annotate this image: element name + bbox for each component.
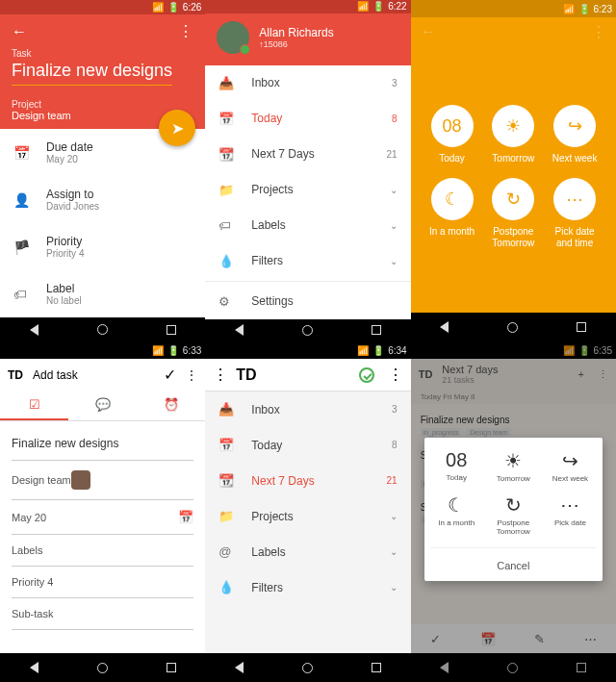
task-field-assign-to[interactable]: 👤 Assign toDavid Jones bbox=[0, 176, 205, 223]
redo-icon: ↻ bbox=[505, 493, 522, 517]
week-icon: 📆 bbox=[218, 147, 234, 162]
gear-icon: ⚙ bbox=[218, 294, 234, 309]
avatar bbox=[217, 21, 249, 54]
cancel-button[interactable]: Cancel bbox=[430, 547, 597, 581]
field-sub-task[interactable]: Sub-task bbox=[12, 598, 193, 630]
cal08-icon: 08 bbox=[446, 449, 467, 471]
panel-add-task-light: 📶🔋6:33 TD Add task ✓ ⋮ ☑ 💬 ⏰ Finalize ne… bbox=[0, 341, 205, 682]
tab-task[interactable]: ☑ bbox=[0, 391, 68, 420]
tag-icon: 🏷 bbox=[13, 287, 29, 302]
filter-icon: 💧 bbox=[218, 580, 234, 594]
nav-item-next-7-days[interactable]: 📆 Next 7 Days 21 bbox=[205, 463, 410, 498]
calarrow-icon: ↪ bbox=[562, 449, 578, 472]
field-finalize-new-designs[interactable]: Finalize new designs bbox=[12, 427, 193, 461]
calarrow-icon: ↪ bbox=[553, 105, 596, 147]
calendar-icon: 📅 bbox=[13, 145, 29, 161]
nav-item-settings[interactable]: ⚙ Settings bbox=[205, 284, 410, 319]
calendar-icon: 📅 bbox=[218, 112, 234, 126]
panel-snooze-dialog: 📶🔋6:35 TD Next 7 days 21 tasks +⋮ Today … bbox=[411, 341, 616, 682]
task-field-label[interactable]: 🏷 LabelNo label bbox=[0, 270, 205, 317]
nav-item-inbox[interactable]: 📥 Inbox 3 bbox=[205, 392, 410, 427]
dots-icon: ⋯ bbox=[560, 493, 579, 517]
snooze-in-a-month[interactable]: ☾ In a month bbox=[424, 178, 480, 249]
logo-icon: TD bbox=[236, 366, 256, 384]
dots-icon: ⋯ bbox=[553, 178, 596, 220]
nav-item-filters[interactable]: 💧 Filters ⌄ bbox=[205, 243, 410, 279]
nav-item-projects[interactable]: 📁 Projects ⌄ bbox=[205, 172, 410, 208]
task-field-priority[interactable]: 🏴 PriorityPriority 4 bbox=[0, 223, 205, 270]
snooze-dialog: 08 Today ☀ Tomorrow ↪ Next week ☾ In a m… bbox=[424, 438, 603, 581]
flag-icon: 🏴 bbox=[13, 240, 29, 255]
nav-item-today[interactable]: 📅 Today 8 bbox=[205, 427, 410, 463]
snooze-today[interactable]: 08 Today bbox=[430, 449, 483, 484]
week-icon: 📆 bbox=[218, 473, 234, 488]
task-header: ← ⋮ Task Finalize new designs Project De… bbox=[0, 14, 205, 129]
nav-back[interactable] bbox=[30, 324, 38, 336]
task-title[interactable]: Finalize new designs bbox=[12, 61, 172, 86]
panel-nav-drawer-light: 📶🔋6:34 ⋮ TD ⋮ 📥 Inbox 3 📅 Today 8 📆 Next… bbox=[205, 341, 410, 682]
folder-icon: 📁 bbox=[218, 183, 234, 197]
snooze-today[interactable]: 08 Today bbox=[424, 105, 480, 164]
more-icon[interactable]: ⋮ bbox=[388, 366, 403, 384]
field-design-team[interactable]: Design team bbox=[12, 461, 193, 500]
more-icon[interactable]: ⋮ bbox=[213, 366, 228, 384]
field-labels[interactable]: Labels bbox=[12, 535, 193, 567]
at-icon: @ bbox=[218, 544, 234, 559]
confirm-icon[interactable]: ✓ bbox=[164, 366, 176, 384]
snooze-tomorrow[interactable]: ☀ Tomorrow bbox=[485, 105, 541, 164]
redo-icon: ↻ bbox=[492, 178, 534, 220]
nav-item-next-7-days[interactable]: 📆 Next 7 Days 21 bbox=[205, 137, 410, 172]
filter-icon: 💧 bbox=[218, 254, 234, 268]
moon-icon: ☾ bbox=[448, 493, 465, 517]
tab-comment[interactable]: 💬 bbox=[68, 391, 137, 420]
page-title: Add task bbox=[33, 368, 78, 382]
panel-snooze-yellow: 📶🔋6:23 ← ⋮ 08 Today ☀ Tomorrow ↪ Next we… bbox=[411, 0, 616, 341]
snooze-next-week[interactable]: ↪ Next week bbox=[544, 449, 597, 484]
person-icon: 👤 bbox=[13, 192, 29, 208]
nav-item-projects[interactable]: 📁 Projects ⌄ bbox=[205, 498, 410, 534]
tab-reminder[interactable]: ⏰ bbox=[137, 391, 205, 420]
user-header[interactable]: Allan Richards ↑15086 bbox=[205, 13, 410, 65]
back-icon[interactable]: ← bbox=[421, 23, 436, 41]
more-icon[interactable]: ⋮ bbox=[186, 368, 197, 382]
more-icon[interactable]: ⋮ bbox=[178, 22, 193, 40]
inbox-icon: 📥 bbox=[218, 402, 234, 417]
snooze-next-week[interactable]: ↪ Next week bbox=[547, 105, 603, 164]
nav-item-labels[interactable]: @ Labels ⌄ bbox=[205, 534, 410, 569]
snooze-postpone
tomorrow[interactable]: ↻ PostponeTomorrow bbox=[487, 493, 540, 537]
snooze-pick-date
and-time[interactable]: ⋯ Pick dateand time bbox=[547, 178, 603, 249]
snooze-in-a-month[interactable]: ☾ In a month bbox=[430, 493, 483, 537]
sun-icon: ☀ bbox=[492, 105, 534, 147]
panel-task-detail: 📶🔋6:26 ← ⋮ Task Finalize new designs Pro… bbox=[0, 0, 205, 341]
nav-home[interactable] bbox=[97, 324, 108, 335]
logo-icon: TD bbox=[8, 368, 23, 382]
nav-recent[interactable] bbox=[167, 325, 176, 335]
sync-icon[interactable] bbox=[359, 367, 374, 383]
sun-icon: ☀ bbox=[504, 449, 522, 472]
snooze-tomorrow[interactable]: ☀ Tomorrow bbox=[487, 449, 540, 484]
moon-icon: ☾ bbox=[431, 178, 474, 220]
snooze-postpone
tomorrow[interactable]: ↻ PostponeTomorrow bbox=[485, 178, 541, 249]
panel-nav-drawer: 📶🔋6:22 Allan Richards ↑15086 📥 Inbox 3 📅… bbox=[205, 0, 410, 341]
field-priority-4[interactable]: Priority 4 bbox=[12, 567, 193, 598]
snooze-pick-date[interactable]: ⋯ Pick date bbox=[544, 493, 597, 537]
cal08-icon: 08 bbox=[431, 105, 474, 147]
inbox-icon: 📥 bbox=[218, 76, 234, 90]
nav-item-inbox[interactable]: 📥 Inbox 3 bbox=[205, 65, 410, 101]
back-icon[interactable]: ← bbox=[12, 23, 27, 40]
tag-icon: 🏷 bbox=[218, 218, 234, 233]
field-may-20[interactable]: May 20📅 bbox=[12, 500, 193, 535]
folder-icon: 📁 bbox=[218, 509, 234, 523]
nav-item-filters[interactable]: 💧 Filters ⌄ bbox=[205, 569, 410, 605]
nav-item-labels[interactable]: 🏷 Labels ⌄ bbox=[205, 208, 410, 243]
calendar-icon: 📅 bbox=[218, 438, 234, 452]
assignee-avatar[interactable] bbox=[71, 470, 90, 490]
nav-item-today[interactable]: 📅 Today 8 bbox=[205, 101, 410, 137]
calendar-icon[interactable]: 📅 bbox=[178, 510, 193, 524]
